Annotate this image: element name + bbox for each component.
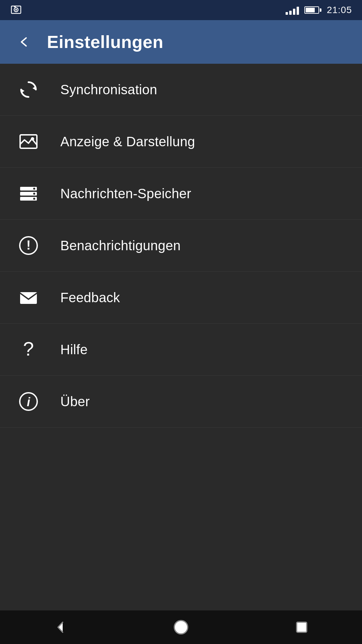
svg-rect-3 <box>14 6 16 7</box>
settings-item-synchronisation[interactable]: Synchronisation <box>0 64 362 116</box>
storage-icon <box>17 182 40 205</box>
svg-text:?: ? <box>23 339 34 360</box>
back-button[interactable] <box>13 32 34 52</box>
nav-recent-button[interactable] <box>282 614 322 641</box>
settings-item-ueber[interactable]: i Über <box>0 376 362 428</box>
settings-label-synchronisation: Synchronisation <box>60 82 157 97</box>
nav-home-button[interactable] <box>161 614 201 641</box>
svg-text:!: ! <box>26 238 31 252</box>
settings-item-anzeige[interactable]: Anzeige & Darstellung <box>0 116 362 168</box>
photo-widget-icon <box>10 4 22 16</box>
status-time: 21:05 <box>327 5 352 15</box>
feedback-icon <box>17 286 40 309</box>
settings-label-hilfe: Hilfe <box>60 342 88 357</box>
settings-label-ueber: Über <box>60 394 90 409</box>
status-bar-right: 21:05 <box>286 5 352 15</box>
nav-bar <box>0 610 362 644</box>
battery-icon <box>304 6 321 14</box>
nav-back-button[interactable] <box>40 614 80 641</box>
status-bar: 21:05 <box>0 0 362 20</box>
settings-label-anzeige: Anzeige & Darstellung <box>60 134 195 149</box>
svg-point-20 <box>174 621 188 634</box>
svg-point-11 <box>33 188 35 190</box>
svg-marker-4 <box>33 86 36 90</box>
svg-point-12 <box>33 193 35 195</box>
svg-rect-21 <box>297 622 307 632</box>
settings-label-feedback: Feedback <box>60 290 120 305</box>
svg-marker-5 <box>21 89 24 93</box>
settings-list: Synchronisation Anzeige & Darstellung Na… <box>0 64 362 428</box>
svg-point-7 <box>31 137 34 141</box>
notification-icon: ! <box>17 234 40 257</box>
settings-item-nachrichten[interactable]: Nachrichten-Speicher <box>0 168 362 220</box>
settings-item-feedback[interactable]: Feedback <box>0 272 362 324</box>
app-bar: Einstellungen <box>0 20 362 64</box>
status-bar-left <box>10 4 280 16</box>
svg-text:i: i <box>27 395 31 409</box>
image-icon <box>17 130 40 153</box>
settings-item-benachrichtigungen[interactable]: ! Benachrichtigungen <box>0 220 362 272</box>
settings-label-benachrichtigungen: Benachrichtigungen <box>60 238 181 253</box>
sync-icon <box>17 78 40 101</box>
help-icon: ? <box>17 338 40 361</box>
signal-bars-icon <box>286 5 299 15</box>
about-icon: i <box>17 390 40 413</box>
svg-point-13 <box>33 198 35 200</box>
settings-item-hilfe[interactable]: ? Hilfe <box>0 324 362 376</box>
page-title: Einstellungen <box>47 32 163 52</box>
svg-point-2 <box>15 9 17 11</box>
settings-label-nachrichten: Nachrichten-Speicher <box>60 186 191 201</box>
svg-rect-16 <box>20 292 37 304</box>
